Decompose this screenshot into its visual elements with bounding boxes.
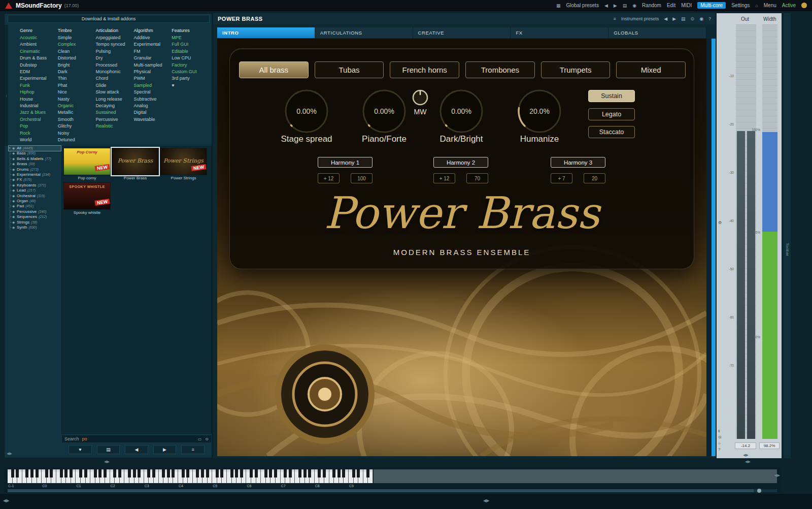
- tree-item-drums[interactable]: ├◈Drums(273): [9, 167, 61, 172]
- piano-key-ds2[interactable]: [118, 469, 121, 478]
- tag-industrial[interactable]: Industrial: [20, 103, 58, 109]
- piano-key-ds9[interactable]: [357, 469, 360, 478]
- main-scrollbar-handle[interactable]: [712, 39, 716, 456]
- tag-analog[interactable]: Analog: [133, 103, 172, 109]
- piano-key-as2[interactable]: [138, 469, 141, 478]
- edit-button[interactable]: Edit: [667, 3, 675, 8]
- list-menu-button[interactable]: ≡: [181, 445, 205, 454]
- tag-metallic[interactable]: Metallic: [58, 109, 96, 116]
- tag-thin[interactable]: Thin: [58, 75, 96, 82]
- piano-key-cs7[interactable]: [284, 469, 287, 478]
- piano-key-fs8[interactable]: [332, 469, 335, 478]
- tag-cinematic[interactable]: Cinematic: [20, 48, 58, 55]
- tag-edm[interactable]: EDM: [20, 69, 58, 75]
- keyboard-resize-handle[interactable]: ◀▶: [774, 473, 780, 478]
- ensemble-all-brass[interactable]: All brass: [239, 61, 309, 78]
- tag-hiphop[interactable]: Hiphop: [20, 89, 58, 96]
- tree-item-synth[interactable]: ├◈Synth(690): [9, 225, 61, 230]
- preset-next-icon[interactable]: ▶: [672, 16, 676, 21]
- piano-key-fs9[interactable]: [366, 469, 369, 478]
- tag-glide[interactable]: Glide: [96, 82, 134, 89]
- tag-bright[interactable]: Bright: [58, 62, 96, 69]
- articulation-sustain[interactable]: Sustain: [588, 90, 635, 102]
- instrument-presets-button[interactable]: Instrument presets: [621, 16, 659, 21]
- tag-percussive[interactable]: Percussive: [96, 116, 134, 123]
- eye-icon[interactable]: ◉: [699, 16, 703, 21]
- piano-key-as-1[interactable]: [36, 469, 39, 478]
- onscreen-keyboard-icon[interactable]: ▭: [198, 437, 202, 441]
- tree-item-fx[interactable]: ├◈FX(676): [9, 177, 61, 182]
- piano-key-ds0[interactable]: [50, 469, 53, 478]
- download-addons-button[interactable]: Download & Install addons: [8, 15, 210, 23]
- piano-key-ds4[interactable]: [186, 469, 189, 478]
- preset-thumb-pop-corny[interactable]: Pop CornyNEWPop corny: [63, 148, 111, 181]
- tag-editable[interactable]: Editable: [172, 48, 210, 55]
- tree-item-bells-mallets[interactable]: ├◈Bells & Mallets(77): [9, 156, 61, 162]
- piano-key-fs0[interactable]: [60, 469, 63, 478]
- meter-bottom-handle[interactable]: ◀▶: [745, 460, 751, 464]
- width-readout[interactable]: 98.2%: [759, 442, 780, 449]
- tag-full-gui[interactable]: Full GUI: [172, 41, 210, 48]
- tree-item-bass[interactable]: ├◈Bass(836): [9, 151, 61, 156]
- previous-preset-button[interactable]: ◀: [125, 445, 148, 454]
- piano-key-gs7[interactable]: [303, 469, 307, 478]
- ensemble-french-horns[interactable]: French horns: [390, 61, 459, 78]
- tag-realistic[interactable]: Realistic: [96, 123, 134, 130]
- search-bar[interactable]: Search po ▭ ⊖: [61, 435, 212, 443]
- meter-pause-icon[interactable]: ‖: [718, 429, 720, 433]
- piano-key-gs6[interactable]: [269, 469, 272, 478]
- tag-slow-attack[interactable]: Slow attack: [96, 89, 134, 96]
- tag-physical[interactable]: Physical: [133, 69, 172, 75]
- ensemble-trumpets[interactable]: Trumpets: [541, 61, 611, 78]
- harmony-2-amount[interactable]: 70: [466, 173, 488, 183]
- clear-search-icon[interactable]: ⊖: [205, 437, 209, 441]
- tag-tempo-synced[interactable]: Tempo synced: [96, 41, 134, 48]
- global-presets-grid-icon[interactable]: ▦: [556, 3, 561, 8]
- piano-key-as4[interactable]: [206, 469, 209, 478]
- presets-list-icon[interactable]: ≡: [613, 16, 616, 21]
- tab-globals[interactable]: GLOBALS: [608, 27, 706, 38]
- harmony-3-button[interactable]: Harmony 3: [551, 157, 605, 168]
- harmony-3-interval[interactable]: + 7: [551, 173, 572, 183]
- midi-button[interactable]: MIDI: [681, 3, 692, 8]
- tag-multi-sampled[interactable]: Multi-sampled: [133, 62, 172, 69]
- tag-arpeggiated[interactable]: Arpeggiated: [96, 35, 134, 41]
- tag-spectral[interactable]: Spectral: [133, 89, 172, 96]
- tab-creative[interactable]: CREATIVE: [413, 27, 511, 38]
- image-icon[interactable]: ▤: [681, 16, 686, 21]
- tree-item-brass[interactable]: ├◈Brass(99): [9, 162, 61, 167]
- tag-clean[interactable]: Clean: [58, 48, 96, 55]
- tag-dark[interactable]: Dark: [58, 69, 96, 75]
- tag-house[interactable]: House: [20, 96, 58, 103]
- piano-key-gs3[interactable]: [167, 469, 170, 478]
- tag-organic[interactable]: Organic: [58, 103, 96, 109]
- toolbar-strip[interactable]: Toolbar: [784, 13, 791, 458]
- piano-key-cs8[interactable]: [318, 469, 321, 478]
- tag-glitchy[interactable]: Glitchy: [58, 123, 96, 130]
- tree-item-experimental[interactable]: ├◈Experimental(194): [9, 172, 61, 177]
- tag-ambient[interactable]: Ambient: [20, 41, 58, 48]
- piano-key-as1[interactable]: [104, 469, 107, 478]
- tag-pulsing[interactable]: Pulsing: [96, 48, 134, 55]
- tag-decaying[interactable]: Decaying: [96, 103, 134, 109]
- tag-distorted[interactable]: Distorted: [58, 55, 96, 61]
- knob-stage-spread[interactable]: 0.00%: [284, 88, 329, 134]
- piano-key-cs5[interactable]: [216, 469, 219, 478]
- piano-key-as5[interactable]: [240, 469, 243, 478]
- piano-key-as0[interactable]: [70, 469, 73, 478]
- tag-dubstep[interactable]: Dubstep: [20, 62, 58, 69]
- piano-key-cs6[interactable]: [250, 469, 253, 478]
- piano-key-gs2[interactable]: [133, 469, 136, 478]
- meter-resize-handle[interactable]: ◀▶: [743, 453, 749, 457]
- global-presets-button[interactable]: Global presets: [566, 3, 598, 8]
- tab-articulations[interactable]: ARTICULATIONS: [315, 27, 413, 38]
- knob-dark-bright[interactable]: 0.00%: [438, 88, 484, 134]
- favorites-heart-icon[interactable]: ♥: [172, 82, 210, 89]
- tag-low-cpu[interactable]: Low CPU: [172, 55, 210, 61]
- piano-key-cs2[interactable]: [113, 469, 116, 478]
- browser-bottom-handle[interactable]: ◀▶: [104, 460, 110, 464]
- piano-key-cs0[interactable]: [45, 469, 48, 478]
- tag-smooth[interactable]: Smooth: [58, 116, 96, 123]
- tag-complex[interactable]: Complex: [58, 41, 96, 48]
- piano-key-ds-1[interactable]: [16, 469, 19, 478]
